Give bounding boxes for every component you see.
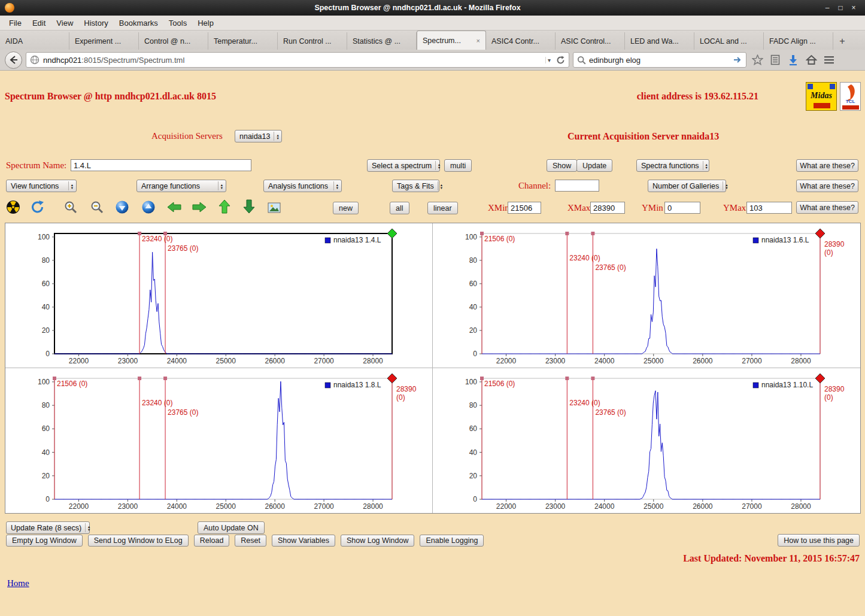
send-log-to-elog-button[interactable]: Send Log Window to ELog	[88, 535, 189, 547]
url-text[interactable]: nndhcp021:8015/Spectrum/Spectrum.tml	[43, 56, 542, 65]
tab-spectrum-active[interactable]: Spectrum... ×	[417, 31, 486, 50]
menu-history[interactable]: History	[78, 17, 113, 29]
svg-text:20: 20	[42, 472, 50, 480]
svg-text:21506 (0): 21506 (0)	[57, 380, 87, 388]
tab-close-icon[interactable]: ×	[472, 37, 480, 44]
zoom-out-icon[interactable]	[90, 200, 104, 217]
url-bar[interactable]: nndhcp021:8015/Spectrum/Spectrum.tml ▾	[26, 52, 569, 68]
tab-asic4-control[interactable]: ASIC4 Contr...	[486, 32, 556, 50]
ymax-input[interactable]	[746, 202, 792, 214]
tcl-logo[interactable]: TCL	[840, 82, 861, 111]
view-functions-dropdown[interactable]: View functions ▴▾	[6, 180, 77, 192]
close-icon[interactable]: ×	[847, 4, 860, 12]
spectrum-gallery: 0204060801002200023000240002500026000270…	[5, 223, 861, 514]
hamburger-menu-icon[interactable]	[822, 53, 836, 67]
radiation-icon[interactable]	[6, 200, 20, 217]
arrow-right-icon[interactable]	[192, 201, 207, 216]
tab-aida[interactable]: AIDA	[0, 32, 69, 50]
menu-bookmarks[interactable]: Bookmarks	[114, 17, 163, 29]
empty-log-window-button[interactable]: Empty Log Window	[6, 535, 83, 547]
spectrum-chart[interactable]: 0204060801002200023000240002500026000270…	[5, 223, 432, 368]
ymin-input[interactable]	[664, 202, 700, 214]
spinner-icon: ▴▾	[333, 181, 338, 190]
spectrum-name-input[interactable]	[71, 159, 251, 171]
back-button[interactable]	[5, 51, 22, 69]
arrow-up-icon[interactable]	[218, 199, 231, 217]
new-button[interactable]: new	[333, 202, 359, 214]
spectra-functions-dropdown[interactable]: Spectra functions ▴▾	[636, 159, 709, 172]
reload-button[interactable]: Reload	[194, 535, 230, 547]
xmin-input[interactable]	[508, 202, 541, 214]
update-button[interactable]: Update	[576, 159, 612, 172]
tab-led[interactable]: LED and Wa...	[625, 32, 694, 50]
linear-button[interactable]: linear	[427, 202, 458, 214]
menu-view[interactable]: View	[51, 17, 78, 29]
search-bar[interactable]	[573, 52, 746, 68]
svg-text:23765 (0): 23765 (0)	[595, 263, 626, 272]
home-icon[interactable]	[804, 53, 818, 67]
tab-local[interactable]: LOCAL and ...	[694, 32, 764, 50]
spectrum-chart[interactable]: 0204060801002200023000240002500026000270…	[5, 368, 432, 513]
tab-asic-control[interactable]: ASIC Control...	[556, 32, 625, 50]
search-go-icon[interactable]	[733, 55, 742, 65]
acquisition-server-select[interactable]: nnaida13 ▴▾	[235, 130, 282, 142]
enable-logging-button[interactable]: Enable Logging	[420, 535, 484, 547]
zoom-in-icon[interactable]	[63, 200, 78, 217]
xmax-input[interactable]	[590, 202, 625, 214]
svg-text:23765 (0): 23765 (0)	[168, 244, 198, 253]
tab-experiment[interactable]: Experiment ...	[69, 32, 139, 50]
arrange-functions-dropdown[interactable]: Arrange functions ▴▾	[136, 180, 226, 192]
update-rate-dropdown[interactable]: Update Rate (8 secs) ▴▾	[6, 521, 90, 534]
url-dropdown-icon[interactable]: ▾	[545, 57, 553, 63]
all-button[interactable]: all	[390, 202, 409, 214]
menu-help[interactable]: Help	[192, 17, 219, 29]
arrow-down-icon[interactable]	[242, 199, 256, 217]
image-icon[interactable]	[268, 202, 281, 216]
reset-button[interactable]: Reset	[235, 535, 266, 547]
what-are-these-button-3[interactable]: What are these?	[796, 201, 858, 214]
spectrum-plot-2[interactable]: 0204060801002200023000240002500026000270…	[433, 223, 860, 368]
search-input[interactable]	[589, 56, 730, 65]
download-icon[interactable]	[786, 53, 800, 67]
menu-file[interactable]: File	[4, 17, 27, 29]
spectrum-plot-4[interactable]: 0204060801002200023000240002500026000270…	[433, 368, 860, 513]
spectrum-plot-1[interactable]: 0204060801002200023000240002500026000270…	[5, 223, 432, 368]
select-spectrum-dropdown[interactable]: Select a spectrum ▴▾	[367, 159, 440, 172]
sphere-up-icon[interactable]	[141, 200, 156, 217]
midas-logo[interactable]: Midas	[806, 82, 837, 111]
show-button[interactable]: Show	[547, 159, 577, 172]
show-log-window-button[interactable]: Show Log Window	[341, 535, 415, 547]
tab-temperature[interactable]: Temperatur...	[208, 32, 278, 50]
tab-run-control[interactable]: Run Control ...	[278, 32, 347, 50]
menu-edit[interactable]: Edit	[27, 17, 51, 29]
show-variables-button[interactable]: Show Variables	[272, 535, 335, 547]
bookmark-star-icon[interactable]	[750, 53, 764, 67]
spinner-icon: ▴▾	[218, 181, 223, 190]
tab-fadc-align[interactable]: FADC Align ...	[764, 32, 833, 50]
what-are-these-button-2[interactable]: What are these?	[796, 180, 858, 192]
bookmarks-list-icon[interactable]	[768, 53, 782, 67]
menu-tools[interactable]: Tools	[163, 17, 192, 29]
tab-statistics[interactable]: Statistics @ ...	[347, 32, 417, 50]
multi-button[interactable]: multi	[444, 159, 472, 172]
auto-update-button[interactable]: Auto Update ON	[198, 521, 265, 534]
spectrum-chart[interactable]: 0204060801002200023000240002500026000270…	[433, 368, 860, 513]
what-are-these-button-1[interactable]: What are these?	[796, 159, 858, 172]
analysis-functions-dropdown[interactable]: Analysis functions ▴▾	[263, 180, 342, 192]
galleries-dropdown[interactable]: Number of Galleries ▴▾	[648, 180, 726, 192]
svg-text:nnaida13 1.8.L: nnaida13 1.8.L	[333, 381, 381, 389]
tab-control[interactable]: Control @ n...	[139, 32, 208, 50]
new-tab-button[interactable]: +	[833, 32, 851, 50]
spectrum-chart[interactable]: 0204060801002200023000240002500026000270…	[433, 223, 860, 368]
home-link[interactable]: Home	[7, 578, 29, 588]
refresh-icon[interactable]	[30, 200, 45, 217]
arrow-left-icon[interactable]	[166, 201, 182, 216]
maximize-icon[interactable]: □	[834, 4, 847, 12]
how-to-use-button[interactable]: How to use this page	[778, 534, 860, 547]
reload-icon[interactable]	[556, 56, 565, 65]
minimize-icon[interactable]: –	[821, 4, 834, 12]
spectrum-plot-3[interactable]: 0204060801002200023000240002500026000270…	[5, 368, 432, 513]
tags-fits-dropdown[interactable]: Tags & Fits ▴▾	[392, 180, 439, 192]
channel-input[interactable]	[555, 180, 599, 192]
sphere-down-icon[interactable]	[115, 200, 129, 217]
